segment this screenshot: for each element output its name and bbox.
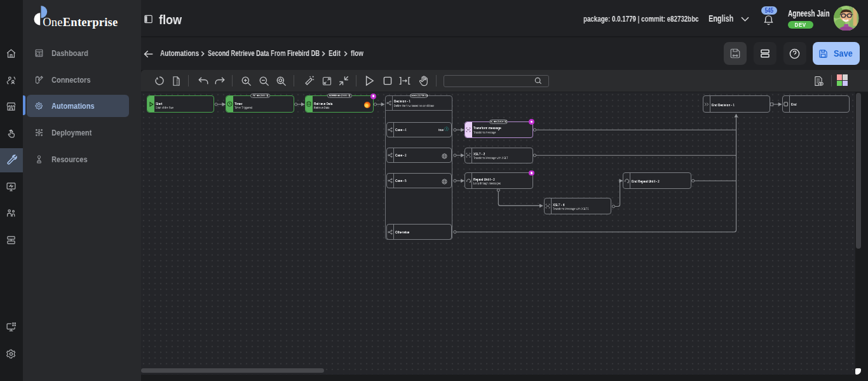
svg-text:OneEnterprise: OneEnterprise [43,15,118,29]
